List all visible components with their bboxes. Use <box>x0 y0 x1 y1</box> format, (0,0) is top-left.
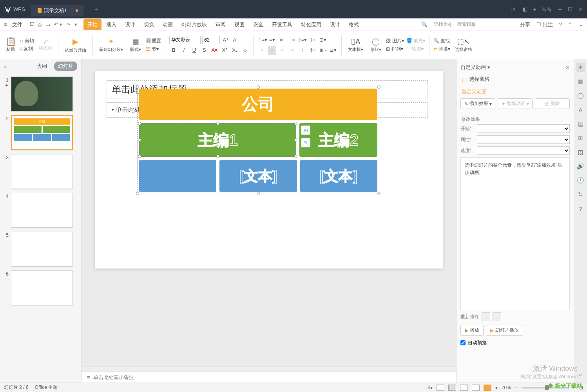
user-name[interactable]: 香香 <box>542 6 552 13</box>
slide-thumb-6[interactable]: 6 <box>3 270 78 305</box>
menu-insert[interactable]: 插入 <box>102 19 120 30</box>
notes-area[interactable]: ≡ 单击此处添加备注 <box>82 372 456 383</box>
select-pane-link[interactable]: ⬚ 选择窗格 <box>460 73 570 85</box>
menu-annotate[interactable]: ☐ 批注 <box>536 21 553 28</box>
org-top-box[interactable]: 公司 <box>139 89 377 120</box>
menu-share[interactable]: 分享 <box>520 21 530 28</box>
italic-button[interactable]: I <box>179 46 188 54</box>
strikethrough-button[interactable]: S <box>200 46 208 54</box>
menu-review[interactable]: 审阅 <box>212 19 230 30</box>
columns-button[interactable]: ⫼▾ <box>319 46 327 54</box>
menu-home[interactable]: 开始 <box>83 19 101 30</box>
speed-select[interactable] <box>477 146 570 155</box>
reading-view-button[interactable] <box>460 385 468 391</box>
horizontal-scrollbar[interactable] <box>82 366 456 372</box>
menu-view[interactable]: 视图 <box>230 19 248 30</box>
wps-logo[interactable]: WPS <box>0 6 30 13</box>
decrease-font-button[interactable]: A⁻ <box>232 36 240 44</box>
qat-redo-icon[interactable]: ↷ <box>66 22 71 27</box>
distribute-button[interactable]: ⫴ <box>298 46 307 54</box>
new-slide-group[interactable]: ✦ 新建幻灯片▾ <box>97 37 125 53</box>
auto-preview-checkbox[interactable] <box>460 340 466 345</box>
menu-animation[interactable]: 动画 <box>159 19 177 30</box>
slides-tab[interactable]: 幻灯片 <box>54 62 77 71</box>
help-icon[interactable]: ? <box>559 22 562 27</box>
search-icon[interactable]: 🔍 <box>421 22 428 27</box>
menu-icon[interactable]: ≡ <box>4 21 7 28</box>
notes-view-button[interactable] <box>472 385 480 391</box>
side-help-icon[interactable]: ? <box>576 204 585 213</box>
slideshow-view-button[interactable] <box>484 385 491 391</box>
decrease-indent-button[interactable]: ⇤ <box>278 36 286 44</box>
qat-preview-icon[interactable]: ▭ <box>45 22 50 27</box>
minimize-button[interactable]: ─ <box>557 7 563 12</box>
user-avatar-icon[interactable]: ● <box>533 6 536 12</box>
highlight-button[interactable]: X² <box>220 46 229 54</box>
side-history-icon[interactable]: ↻ <box>576 190 585 199</box>
view-dropdown-icon[interactable]: ▾ <box>495 385 498 390</box>
menu-devtools[interactable]: 开发工具 <box>268 19 296 30</box>
side-image-icon[interactable]: 🖼 <box>576 148 585 156</box>
paste-icon[interactable]: 📋 <box>7 38 14 45</box>
slide-thumb-2[interactable]: 2 公司 <box>3 115 78 150</box>
align-right-button[interactable]: ≡ <box>278 46 286 54</box>
view-menu-icon[interactable]: ≡▾ <box>428 385 433 390</box>
numbering-button[interactable]: ≡▾ <box>268 36 276 44</box>
font-size-select[interactable] <box>202 36 220 44</box>
fill-button[interactable]: 🪣 填充▾ <box>406 38 425 44</box>
arrange-button[interactable]: ⊞ 排列▾ <box>386 46 404 53</box>
reorder-up-button[interactable]: ↑ <box>482 312 490 321</box>
bold-button[interactable]: B <box>169 46 178 54</box>
increase-indent-button[interactable]: ⇥ <box>288 36 297 44</box>
slide-thumb-3[interactable]: 3 <box>3 154 78 189</box>
shape-group[interactable]: ◯ 形状▾ <box>368 37 384 53</box>
start-select[interactable] <box>477 124 570 133</box>
add-effect-button[interactable]: ✎添加效果 ▾ <box>460 98 495 109</box>
zoom-out-button[interactable]: − <box>515 385 518 390</box>
search-placeholder[interactable]: 查找命令、搜索模板 <box>434 21 476 28</box>
delete-anim-button[interactable]: 🗑删除 <box>535 98 570 109</box>
menu-design[interactable]: 设计 <box>121 19 139 30</box>
sorter-view-button[interactable] <box>448 385 456 391</box>
badge-count[interactable]: 1 <box>511 7 517 12</box>
from-current-group[interactable]: ▶ 从当前开始 <box>62 37 89 53</box>
close-panel-icon[interactable]: ✕ <box>565 65 570 71</box>
more-icon[interactable]: ⌄ <box>579 22 583 27</box>
shape-edit-icon[interactable]: ✎ <box>301 138 310 147</box>
find-button[interactable]: 🔍 查找 <box>433 38 450 44</box>
document-tab[interactable]: 演示文稿1 <box>31 5 83 16</box>
side-layout-icon[interactable]: ▦ <box>576 77 585 86</box>
qat-undo-icon[interactable]: ↶ ▾ <box>54 22 63 27</box>
menu-design2[interactable]: 设计 <box>326 19 344 30</box>
layout-group[interactable]: ▦ 版式▾ <box>128 37 143 53</box>
org-bot-3-box[interactable]: [文本] <box>300 160 377 192</box>
format-painter-group[interactable]: 🖌 格式刷 <box>36 39 54 51</box>
paste-label[interactable]: 粘贴 <box>6 46 15 52</box>
slide-canvas[interactable]: 单击此处添加标题 • 单击此处添 公司 <box>95 71 443 269</box>
increase-font-button[interactable]: A⁺ <box>221 36 230 44</box>
menu-transition[interactable]: 切换 <box>140 19 158 30</box>
menu-special[interactable]: 特色应用 <box>297 19 325 30</box>
org-mid-2-box[interactable]: 主编2 <box>299 123 377 157</box>
reorder-down-button[interactable]: ↓ <box>493 312 501 321</box>
side-font-icon[interactable]: A <box>576 105 585 114</box>
play-anim-button[interactable]: ▶播放 <box>460 325 484 336</box>
shape-tool-icon[interactable]: ⊞ <box>301 125 310 135</box>
prop-select[interactable] <box>477 135 570 144</box>
zoom-value[interactable]: 70% <box>502 385 511 390</box>
line-spacing-button[interactable]: ‡≡▾ <box>298 36 307 44</box>
menu-slideshow[interactable]: 幻灯片放映 <box>178 19 211 30</box>
outline-button[interactable]: ⬚ 轮廓▾ <box>406 46 425 53</box>
textbox-group[interactable]: ⌷A 文本框▾ <box>346 38 366 53</box>
align-center-button[interactable]: ≡ <box>268 46 276 54</box>
line-spacing2-button[interactable]: ‡≡ <box>308 46 317 54</box>
normal-view-button[interactable] <box>437 385 444 391</box>
justify-button[interactable]: ≡ <box>288 46 297 54</box>
copy-button[interactable]: ⎘复制 <box>20 45 34 52</box>
cut-button[interactable]: ✂剪切 <box>20 38 34 44</box>
bullets-button[interactable]: ⋮≡▾ <box>257 36 266 44</box>
theme-icon[interactable]: ◧ <box>523 6 527 12</box>
close-button[interactable]: ✕ <box>578 7 583 12</box>
slide-thumb-4[interactable]: 4 <box>3 193 78 228</box>
qat-print-icon[interactable]: ⎙ <box>38 22 42 27</box>
